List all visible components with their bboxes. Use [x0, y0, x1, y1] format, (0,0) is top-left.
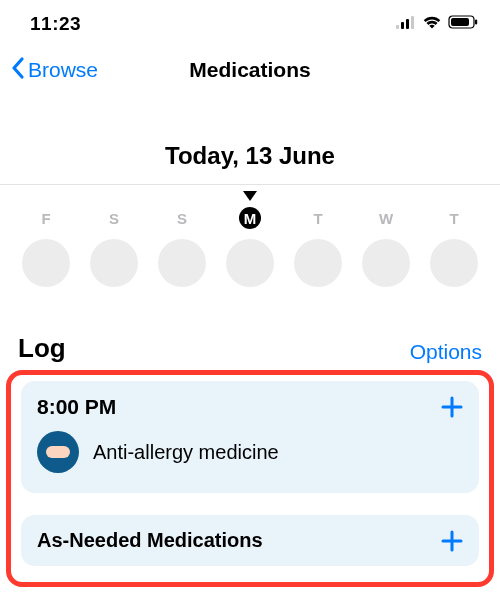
- log-title: Log: [18, 333, 66, 364]
- as-needed-title: As-Needed Medications: [37, 529, 263, 552]
- svg-rect-5: [451, 18, 469, 26]
- status-icons: [396, 15, 478, 33]
- day-dot[interactable]: [12, 239, 80, 287]
- pill-icon: [37, 431, 79, 473]
- day-label[interactable]: W: [352, 207, 420, 229]
- day-dot[interactable]: [80, 239, 148, 287]
- day-dot[interactable]: [352, 239, 420, 287]
- scheduled-time-label: 8:00 PM: [37, 395, 116, 419]
- scheduled-medication-card[interactable]: 8:00 PM Anti-allergy medicine: [21, 381, 479, 493]
- add-as-needed-button[interactable]: [441, 530, 463, 552]
- current-day-pointer-icon: [0, 191, 500, 205]
- svg-rect-1: [401, 22, 404, 29]
- day-label[interactable]: F: [12, 207, 80, 229]
- day-dot[interactable]: [148, 239, 216, 287]
- nav-title: Medications: [189, 58, 310, 82]
- chevron-left-icon: [8, 56, 26, 85]
- day-dot[interactable]: [420, 239, 488, 287]
- back-label: Browse: [28, 58, 98, 82]
- svg-rect-3: [411, 16, 414, 29]
- nav-bar: Browse Medications: [0, 44, 500, 96]
- medication-name: Anti-allergy medicine: [93, 441, 279, 464]
- status-bar: 11:23: [0, 0, 500, 44]
- day-label[interactable]: T: [420, 207, 488, 229]
- log-header: Log Options: [0, 333, 500, 364]
- back-button[interactable]: Browse: [8, 56, 98, 85]
- battery-icon: [448, 15, 478, 33]
- day-label[interactable]: S: [148, 207, 216, 229]
- day-label[interactable]: S: [80, 207, 148, 229]
- options-button[interactable]: Options: [410, 340, 482, 364]
- wifi-icon: [422, 15, 442, 33]
- day-label[interactable]: M: [216, 207, 284, 229]
- day-label[interactable]: T: [284, 207, 352, 229]
- status-time: 11:23: [30, 13, 81, 35]
- medication-row[interactable]: Anti-allergy medicine: [37, 431, 463, 479]
- day-dot[interactable]: [284, 239, 352, 287]
- svg-rect-6: [475, 20, 477, 25]
- day-dot[interactable]: [216, 239, 284, 287]
- date-heading: Today, 13 June: [0, 142, 500, 170]
- as-needed-card[interactable]: As-Needed Medications: [21, 515, 479, 566]
- cellular-icon: [396, 15, 416, 33]
- svg-rect-0: [396, 25, 399, 29]
- week-strip: FSSMTWT: [0, 184, 500, 287]
- log-highlight-region: 8:00 PM Anti-allergy medicine As-Needed …: [6, 370, 494, 587]
- add-scheduled-button[interactable]: [441, 396, 463, 418]
- svg-rect-2: [406, 19, 409, 29]
